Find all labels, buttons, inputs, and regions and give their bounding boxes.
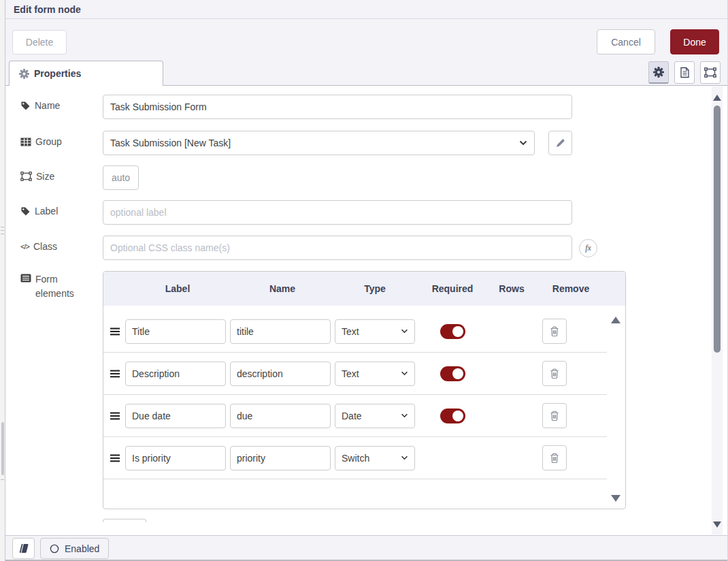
document-icon <box>680 67 690 78</box>
edit-form-node-dialog: Edit form node Delete Cancel Done Proper <box>5 0 728 561</box>
element-type-select[interactable]: Switch <box>335 446 415 470</box>
description-tab-button[interactable] <box>674 61 695 84</box>
class-input[interactable] <box>103 236 572 260</box>
book-icon <box>18 543 29 554</box>
column-header-rows: Rows <box>490 283 533 294</box>
required-toggle[interactable] <box>440 366 465 381</box>
column-header-type: Type <box>335 283 415 294</box>
label-field-label: Label <box>20 206 58 217</box>
element-label-input[interactable] <box>125 362 226 386</box>
remove-element-button[interactable] <box>542 319 567 344</box>
library-button[interactable] <box>12 538 35 559</box>
cancel-button[interactable]: Cancel <box>597 29 655 54</box>
scroll-up-arrow[interactable] <box>713 95 721 101</box>
gear-icon <box>19 69 29 79</box>
dialog-title: Edit form node <box>5 0 727 19</box>
scroll-down-arrow[interactable] <box>713 522 721 528</box>
palette-grip-mark <box>1 234 4 234</box>
element-label-input[interactable] <box>125 446 226 470</box>
element-type-select[interactable]: Text <box>335 362 415 386</box>
size-field-label: Size <box>20 171 54 182</box>
appearance-tab-button[interactable] <box>700 61 721 84</box>
code-icon: </> <box>20 242 29 251</box>
group-select[interactable]: Task Submission [New Task] <box>103 131 535 155</box>
tab-properties[interactable]: Properties <box>9 61 163 86</box>
form-element-row: Switch <box>103 437 607 479</box>
properties-tab-button[interactable] <box>648 61 669 84</box>
palette-grip-mark <box>1 227 4 227</box>
palette-grip-mark <box>1 230 4 231</box>
chevron-down-icon <box>401 455 408 460</box>
delete-button[interactable]: Delete <box>12 30 67 54</box>
trash-icon <box>550 453 559 464</box>
form-element-row: Date <box>103 395 607 437</box>
drag-handle-icon[interactable] <box>110 327 125 336</box>
palette-grip-mark <box>1 479 4 480</box>
circle-status-icon <box>50 544 59 554</box>
dialog-scrollbar[interactable] <box>712 86 723 534</box>
tab-properties-label: Properties <box>34 68 81 79</box>
object-group-icon <box>704 67 716 78</box>
edit-group-button[interactable] <box>548 131 572 155</box>
form-elements-table: Label Name Type Required Rows Remove Tex… <box>103 271 626 509</box>
element-name-input[interactable] <box>230 446 331 470</box>
chevron-down-icon <box>401 413 408 418</box>
group-field-label: Group <box>20 136 62 147</box>
element-type-select[interactable]: Text <box>335 319 415 344</box>
class-field-label: </> Class <box>20 241 57 252</box>
name-input[interactable] <box>103 95 572 119</box>
trash-icon <box>550 368 559 379</box>
name-field-label: Name <box>20 100 60 111</box>
form-elements-field-label: Form elements <box>20 272 88 301</box>
chevron-down-icon <box>401 329 408 334</box>
element-label-input[interactable] <box>125 319 226 344</box>
table-scroll-up-arrow[interactable] <box>611 317 621 323</box>
table-icon <box>20 138 31 146</box>
required-toggle[interactable] <box>440 408 465 423</box>
trash-icon <box>550 411 559 421</box>
remove-element-button[interactable] <box>542 445 567 470</box>
column-header-label: Label <box>125 283 230 294</box>
element-name-input[interactable] <box>230 319 331 344</box>
tag-icon <box>20 101 31 111</box>
column-header-required: Required <box>415 283 490 294</box>
trash-icon <box>550 326 559 337</box>
drag-handle-icon[interactable] <box>110 412 125 420</box>
column-header-remove: Remove <box>533 283 608 294</box>
form-element-row: Text <box>103 310 607 353</box>
element-type-select[interactable]: Date <box>335 404 415 428</box>
done-button[interactable]: Done <box>670 29 719 54</box>
tag-icon <box>20 206 31 217</box>
drag-handle-icon[interactable] <box>110 454 125 462</box>
pencil-icon <box>556 138 565 148</box>
element-label-input[interactable] <box>125 404 226 428</box>
dialog-footer: Enabled <box>5 535 727 561</box>
form-elements-table-body: Text <box>103 306 625 479</box>
form-elements-table-header: Label Name Type Required Rows Remove <box>103 272 625 306</box>
element-name-input[interactable] <box>230 362 331 386</box>
expression-fx-button[interactable]: fx <box>579 239 597 257</box>
object-group-icon <box>20 172 32 181</box>
workspace-scrollbar-thumb[interactable] <box>1 422 4 475</box>
required-toggle[interactable] <box>440 324 465 339</box>
gear-icon <box>653 67 664 78</box>
size-auto-button[interactable]: auto <box>103 165 139 190</box>
element-name-input[interactable] <box>230 404 331 428</box>
remove-element-button[interactable] <box>542 403 567 428</box>
form-element-row: Text <box>103 353 607 395</box>
list-alt-icon <box>20 274 31 283</box>
enabled-toggle-button[interactable]: Enabled <box>40 538 109 559</box>
scrollbar-thumb[interactable] <box>714 106 721 353</box>
column-header-name: Name <box>230 283 335 294</box>
chevron-down-icon <box>519 140 527 146</box>
add-element-button-clipped[interactable] <box>103 519 146 522</box>
tab-icon-buttons <box>648 61 721 84</box>
chevron-down-icon <box>401 371 408 376</box>
table-scroll-down-arrow[interactable] <box>611 495 621 502</box>
label-input[interactable] <box>103 200 572 225</box>
remove-element-button[interactable] <box>542 361 567 386</box>
screen: Edit form node Delete Cancel Done Proper <box>0 0 728 561</box>
workspace-edge-strip <box>0 0 5 561</box>
drag-handle-icon[interactable] <box>110 370 125 378</box>
